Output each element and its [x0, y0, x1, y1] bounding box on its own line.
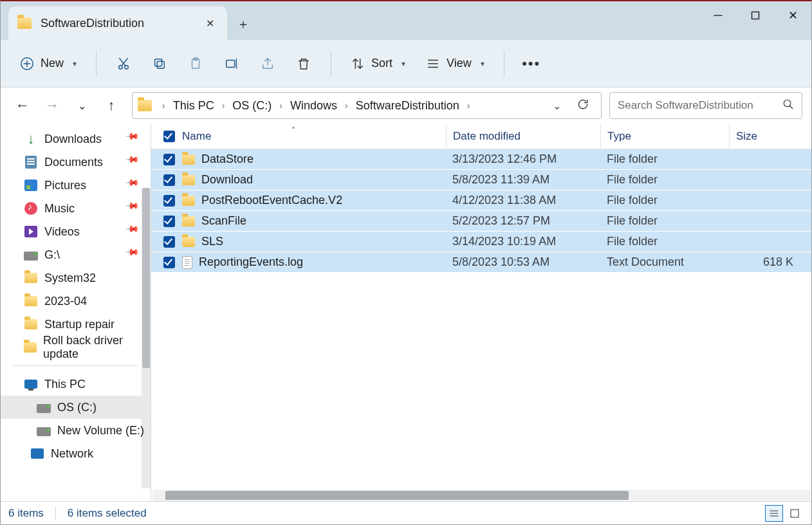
copy-button[interactable] — [144, 50, 175, 78]
search-box[interactable] — [609, 92, 802, 119]
separator — [96, 51, 97, 77]
view-button[interactable]: View ▾ — [418, 50, 492, 78]
sort-button[interactable]: Sort ▾ — [343, 50, 413, 78]
active-tab[interactable]: SoftwareDistribution ✕ — [8, 6, 227, 40]
file-row[interactable]: SLS3/14/2023 10:19 AMFile folder — [151, 232, 811, 252]
paste-button[interactable] — [180, 50, 211, 78]
sidebar-item[interactable]: Roll back driver update — [1, 336, 151, 359]
address-bar-row: ← → ⌄ ↑ › This PC › OS (C:) › Windows › … — [1, 88, 811, 124]
status-selected-count: 6 items selected — [68, 507, 147, 520]
column-header-size[interactable]: Size — [729, 124, 793, 149]
chevron-right-icon: › — [340, 100, 353, 111]
window-controls: ✕ — [699, 1, 811, 30]
sidebar-item[interactable]: Startup repair — [1, 313, 151, 336]
file-row[interactable]: Download5/8/2023 11:39 AMFile folder — [151, 170, 811, 190]
file-date: 3/13/2023 12:46 PM — [446, 152, 600, 166]
chevron-right-icon: › — [462, 100, 475, 111]
row-checkbox[interactable] — [156, 154, 182, 165]
sidebar-item[interactable]: Videos📌 — [1, 220, 151, 243]
video-icon — [24, 226, 37, 237]
file-row[interactable]: ScanFile5/2/2023 12:57 PMFile folder — [151, 211, 811, 232]
sort-label: Sort — [371, 57, 392, 70]
breadcrumb-item[interactable]: This PC — [172, 99, 216, 113]
new-button[interactable]: New ▾ — [12, 50, 84, 78]
picture-icon — [24, 180, 37, 191]
breadcrumb-item[interactable]: Windows — [289, 99, 338, 113]
breadcrumb-dropdown-icon[interactable]: ⌄ — [553, 100, 561, 112]
column-header-date[interactable]: Date modified — [446, 124, 600, 149]
select-all-checkbox[interactable] — [156, 131, 182, 142]
breadcrumb-item[interactable]: SoftwareDistribution — [355, 99, 461, 113]
new-tab-button[interactable]: ＋ — [227, 8, 259, 40]
sidebar-item[interactable]: Music📌 — [1, 197, 151, 220]
tab-title: SoftwareDistribution — [41, 17, 191, 30]
row-checkbox[interactable] — [156, 195, 182, 207]
row-checkbox[interactable] — [156, 236, 182, 248]
separator — [14, 365, 138, 366]
file-row[interactable]: PostRebootEventCache.V24/12/2023 11:38 A… — [151, 190, 811, 211]
file-name: Download — [201, 173, 253, 187]
sidebar-item[interactable]: Pictures📌 — [1, 174, 151, 197]
file-name: PostRebootEventCache.V2 — [201, 194, 342, 207]
sidebar-item[interactable]: G:\📌 — [1, 243, 151, 266]
pin-icon: 📌 — [125, 221, 146, 242]
maximize-button[interactable] — [737, 1, 774, 30]
recent-locations-button[interactable]: ⌄ — [73, 97, 91, 115]
back-button[interactable]: ← — [14, 97, 32, 115]
separator — [331, 51, 331, 77]
file-row[interactable]: DataStore3/13/2023 12:46 PMFile folder — [151, 149, 811, 170]
drive-icon — [24, 252, 38, 261]
view-label: View — [447, 57, 472, 70]
sidebar-item[interactable]: Documents📌 — [1, 151, 151, 174]
delete-button[interactable] — [288, 50, 319, 78]
svg-point-5 — [119, 65, 123, 69]
close-tab-button[interactable]: ✕ — [200, 14, 219, 33]
file-name: SLS — [201, 235, 223, 248]
breadcrumb[interactable]: › This PC › OS (C:) › Windows › Software… — [132, 92, 602, 119]
column-header-type[interactable]: Type — [600, 124, 729, 149]
up-button[interactable]: ↑ — [102, 97, 120, 115]
row-checkbox[interactable] — [156, 174, 182, 186]
refresh-button[interactable] — [577, 98, 589, 114]
sidebar-drive-item[interactable]: New Volume (E:) — [1, 419, 151, 442]
folder-icon — [24, 296, 37, 306]
sidebar-network[interactable]: Network — [1, 442, 151, 465]
sidebar-item[interactable]: ↓Downloads📌 — [1, 127, 151, 151]
forward-button[interactable]: → — [43, 97, 61, 115]
cut-button[interactable] — [108, 50, 139, 78]
toolbar: New ▾ Sort ▾ View ▾ ••• — [1, 40, 811, 88]
sidebar-this-pc[interactable]: This PC — [1, 373, 151, 396]
titlebar: SoftwareDistribution ✕ ＋ ✕ — [1, 1, 811, 40]
close-window-button[interactable]: ✕ — [774, 1, 811, 30]
column-header-name[interactable]: Name ˄ — [182, 130, 446, 143]
rename-button[interactable] — [216, 50, 247, 78]
horizontal-scrollbar[interactable] — [152, 490, 810, 501]
sidebar-drive-item[interactable]: OS (C:) — [1, 396, 151, 419]
more-button[interactable]: ••• — [516, 50, 547, 78]
separator — [504, 51, 504, 77]
breadcrumb-item[interactable]: OS (C:) — [231, 99, 273, 113]
svg-rect-9 — [157, 61, 164, 68]
details-view-button[interactable] — [765, 505, 783, 522]
share-button[interactable] — [252, 50, 283, 78]
file-type: File folder — [600, 194, 729, 207]
search-icon[interactable] — [782, 98, 794, 113]
sidebar-item-label: Music — [44, 202, 75, 216]
pin-icon: 📌 — [125, 244, 146, 265]
sidebar-item-label: New Volume (E:) — [57, 424, 144, 438]
file-date: 5/2/2023 12:57 PM — [446, 214, 600, 228]
file-row[interactable]: ReportingEvents.log5/8/2023 10:53 AMText… — [151, 252, 811, 273]
row-checkbox[interactable] — [156, 257, 182, 268]
folder-icon — [24, 319, 37, 329]
sort-asc-icon: ˄ — [291, 126, 295, 135]
file-date: 5/8/2023 11:39 AM — [446, 173, 600, 187]
sidebar-item[interactable]: System32 — [1, 266, 151, 290]
thumbnails-view-button[interactable] — [786, 505, 804, 522]
column-headers: Name ˄ Date modified Type Size — [151, 124, 811, 149]
minimize-button[interactable] — [699, 1, 737, 30]
sidebar-item[interactable]: 2023-04 — [1, 290, 151, 313]
folder-icon — [182, 154, 195, 165]
row-checkbox[interactable] — [156, 216, 182, 227]
file-date: 4/12/2023 11:38 AM — [446, 194, 600, 207]
search-input[interactable] — [618, 99, 776, 112]
